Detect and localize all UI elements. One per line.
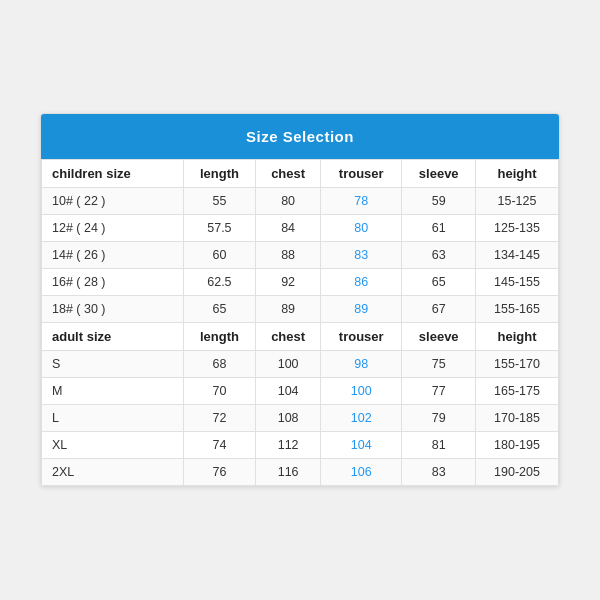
sleeve-val: 59 [402, 188, 476, 215]
height-val: 180-195 [476, 432, 559, 459]
col-chest-adult: chest [256, 323, 321, 351]
height-val: 155-170 [476, 351, 559, 378]
col-trouser-adult: trouser [321, 323, 402, 351]
sleeve-val: 75 [402, 351, 476, 378]
trouser-val: 83 [321, 242, 402, 269]
chest-val: 104 [256, 378, 321, 405]
sleeve-val: 79 [402, 405, 476, 432]
col-height: height [476, 160, 559, 188]
size-label: 2XL [42, 459, 184, 486]
size-label: S [42, 351, 184, 378]
sleeve-val: 83 [402, 459, 476, 486]
length-val: 65 [183, 296, 256, 323]
trouser-val: 78 [321, 188, 402, 215]
length-val: 74 [183, 432, 256, 459]
sleeve-val: 63 [402, 242, 476, 269]
table-row: 10# ( 22 ) 55 80 78 59 15-125 [42, 188, 559, 215]
table-row: 2XL 76 116 106 83 190-205 [42, 459, 559, 486]
table-row: M 70 104 100 77 165-175 [42, 378, 559, 405]
length-val: 62.5 [183, 269, 256, 296]
trouser-val: 98 [321, 351, 402, 378]
chest-val: 92 [256, 269, 321, 296]
size-label: 18# ( 30 ) [42, 296, 184, 323]
col-length: length [183, 160, 256, 188]
sleeve-val: 65 [402, 269, 476, 296]
chest-val: 108 [256, 405, 321, 432]
chest-val: 116 [256, 459, 321, 486]
adult-header-row: adult size length chest trouser sleeve h… [42, 323, 559, 351]
height-val: 145-155 [476, 269, 559, 296]
height-val: 125-135 [476, 215, 559, 242]
length-val: 72 [183, 405, 256, 432]
table-row: 12# ( 24 ) 57.5 84 80 61 125-135 [42, 215, 559, 242]
col-children-size: children size [42, 160, 184, 188]
size-label: 14# ( 26 ) [42, 242, 184, 269]
col-trouser: trouser [321, 160, 402, 188]
size-label: L [42, 405, 184, 432]
table-row: 14# ( 26 ) 60 88 83 63 134-145 [42, 242, 559, 269]
height-val: 170-185 [476, 405, 559, 432]
length-val: 70 [183, 378, 256, 405]
height-val: 155-165 [476, 296, 559, 323]
trouser-val: 104 [321, 432, 402, 459]
trouser-val: 80 [321, 215, 402, 242]
chest-val: 80 [256, 188, 321, 215]
table-row: 16# ( 28 ) 62.5 92 86 65 145-155 [42, 269, 559, 296]
table-row: XL 74 112 104 81 180-195 [42, 432, 559, 459]
children-header-row: children size length chest trouser sleev… [42, 160, 559, 188]
trouser-val: 102 [321, 405, 402, 432]
size-selection-card: Size Selection children size length ches… [40, 113, 560, 487]
chest-val: 88 [256, 242, 321, 269]
col-length-adult: length [183, 323, 256, 351]
card-title: Size Selection [41, 114, 559, 159]
trouser-val: 106 [321, 459, 402, 486]
size-label: 16# ( 28 ) [42, 269, 184, 296]
height-val: 165-175 [476, 378, 559, 405]
sleeve-val: 61 [402, 215, 476, 242]
table-row: 18# ( 30 ) 65 89 89 67 155-165 [42, 296, 559, 323]
length-val: 55 [183, 188, 256, 215]
sleeve-val: 77 [402, 378, 476, 405]
chest-val: 84 [256, 215, 321, 242]
length-val: 57.5 [183, 215, 256, 242]
trouser-val: 86 [321, 269, 402, 296]
height-val: 134-145 [476, 242, 559, 269]
length-val: 60 [183, 242, 256, 269]
col-chest: chest [256, 160, 321, 188]
trouser-val: 89 [321, 296, 402, 323]
length-val: 68 [183, 351, 256, 378]
chest-val: 89 [256, 296, 321, 323]
chest-val: 100 [256, 351, 321, 378]
col-sleeve: sleeve [402, 160, 476, 188]
table-row: L 72 108 102 79 170-185 [42, 405, 559, 432]
col-sleeve-adult: sleeve [402, 323, 476, 351]
trouser-val: 100 [321, 378, 402, 405]
size-label: 12# ( 24 ) [42, 215, 184, 242]
col-height-adult: height [476, 323, 559, 351]
size-label: 10# ( 22 ) [42, 188, 184, 215]
sleeve-val: 81 [402, 432, 476, 459]
size-label: XL [42, 432, 184, 459]
sleeve-val: 67 [402, 296, 476, 323]
height-val: 15-125 [476, 188, 559, 215]
chest-val: 112 [256, 432, 321, 459]
col-adult-size: adult size [42, 323, 184, 351]
table-row: S 68 100 98 75 155-170 [42, 351, 559, 378]
size-label: M [42, 378, 184, 405]
height-val: 190-205 [476, 459, 559, 486]
size-table: children size length chest trouser sleev… [41, 159, 559, 486]
length-val: 76 [183, 459, 256, 486]
